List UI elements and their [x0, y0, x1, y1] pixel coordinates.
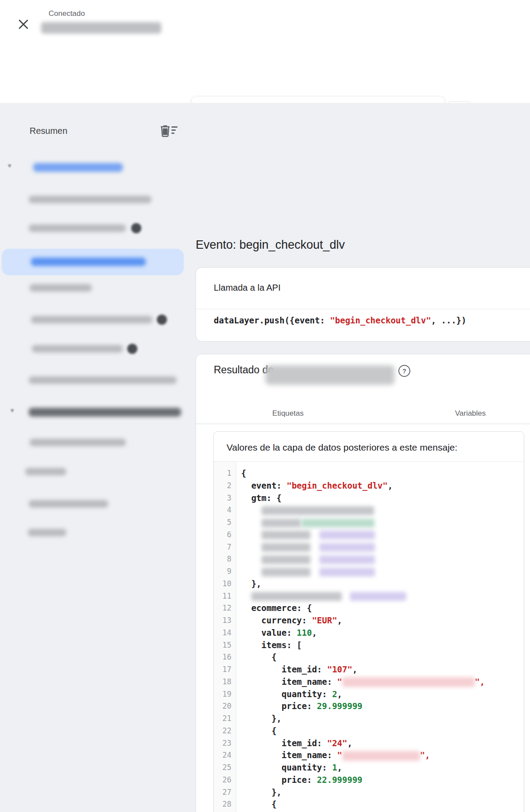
content-area: Resumen ▾▾ Evento: begin_checkout_dlv Ll…: [0, 103, 530, 812]
line-number: 21: [214, 713, 236, 725]
code-line: 24 item_name: "",: [214, 749, 523, 762]
code-lines: 1{2 event: "begin_checkout_dlv",3 gtm: {…: [214, 467, 523, 812]
sidebar-item[interactable]: [0, 186, 186, 213]
code-line: 18 item_name: "",: [214, 676, 523, 688]
sidebar-item[interactable]: [0, 491, 186, 517]
redacted-item-label: [32, 345, 123, 353]
redacted-item-label: [30, 284, 92, 292]
code-line: 17 item_id: "107",: [214, 664, 523, 676]
code-line: 3 gtm: {: [214, 492, 523, 505]
code-line: 16 {: [214, 651, 523, 664]
connection-status-label: Conectado: [49, 9, 85, 18]
line-number: 13: [214, 615, 236, 627]
redacted-code-value: [261, 568, 310, 577]
app-header: 2 Etiquetas de Google encontradas: [0, 47, 530, 103]
line-number: 4: [214, 504, 236, 516]
line-number: 6: [214, 529, 236, 541]
chevron-down-icon[interactable]: ▾: [8, 162, 11, 170]
code-line: 23 item_id: "24",: [214, 737, 523, 750]
clear-log-icon[interactable]: [159, 124, 178, 137]
sidebar-item-selected[interactable]: [0, 249, 186, 275]
line-number: 15: [214, 639, 236, 652]
redacted-item-label: [30, 439, 126, 446]
redacted-code-value: [261, 543, 310, 552]
line-number: 10: [214, 578, 236, 590]
redacted-item-label: [33, 163, 123, 172]
sidebar-item[interactable]: [0, 215, 186, 242]
code-line: 6: [214, 529, 523, 541]
datalayer-values-title: Valores de la capa de datos posteriores …: [227, 442, 458, 453]
code-line: 28 {: [214, 798, 523, 811]
item-count-badge: [127, 344, 137, 354]
sidebar-item[interactable]: [0, 367, 186, 394]
line-number: 27: [214, 786, 236, 799]
code-line: 11: [214, 590, 523, 603]
tab-variables[interactable]: Variables: [455, 409, 486, 418]
code-line: 20 price: 29.999999: [214, 700, 523, 713]
redacted-code-value: [261, 506, 374, 515]
line-number: 5: [214, 516, 236, 529]
code-line: 7: [214, 541, 523, 554]
redacted-code-value: [301, 519, 375, 527]
line-number: 24: [214, 749, 236, 762]
line-number: 1: [214, 467, 236, 480]
line-number: 25: [214, 762, 236, 774]
code-line: 1{: [214, 467, 523, 480]
result-card-title: Resultado de: [214, 364, 274, 376]
redacted-code-value: [261, 555, 310, 564]
redacted-item-label: [29, 500, 108, 508]
line-number: 2: [214, 480, 236, 492]
redacted-item-label: [31, 258, 146, 266]
event-title: Evento: begin_checkout_dlv: [196, 238, 345, 252]
redacted-item-label: [29, 196, 151, 203]
sidebar-item[interactable]: [0, 307, 186, 333]
api-call-card: Llamada a la API dataLayer.push({event: …: [196, 267, 530, 341]
divider: [196, 424, 530, 424]
help-icon[interactable]: ?: [398, 365, 410, 377]
redacted-code-value: [319, 531, 375, 539]
redacted-code-value: [319, 568, 375, 577]
connected-url-redacted: [41, 22, 161, 34]
chevron-down-icon[interactable]: ▾: [11, 406, 14, 414]
tab-etiquetas[interactable]: Etiquetas: [273, 409, 304, 418]
code-line: 8: [214, 553, 523, 565]
sidebar-item[interactable]: [0, 520, 186, 546]
line-number: 28: [214, 798, 236, 811]
sidebar-item[interactable]: [0, 275, 186, 301]
redacted-item-label: [29, 376, 177, 384]
line-number: 23: [214, 737, 236, 750]
line-number: 14: [214, 627, 236, 639]
redacted-item-label: [29, 224, 126, 232]
close-icon[interactable]: [17, 18, 30, 31]
code-line: 2 event: "begin_checkout_dlv",: [214, 480, 523, 492]
sidebar-item[interactable]: [0, 429, 186, 456]
code-line: 21 },: [214, 713, 523, 725]
redacted-item-label: [25, 468, 66, 475]
line-number: 12: [214, 602, 236, 615]
connection-topbar: Conectado: [0, 0, 530, 48]
sidebar-item[interactable]: [0, 459, 186, 485]
code-line: 19 quantity: 2,: [214, 688, 523, 701]
sidebar-item[interactable]: [0, 336, 186, 362]
sidebar-group-header[interactable]: ▾: [0, 399, 186, 425]
api-call-card-title: Llamada a la API: [214, 283, 280, 293]
item-count-badge: [131, 223, 141, 233]
line-number: 11: [214, 590, 236, 603]
datalayer-values-card: Valores de la capa de datos posteriores …: [213, 431, 524, 812]
code-line: 13 currency: "EUR",: [214, 615, 523, 627]
line-number: 9: [214, 565, 236, 578]
sidebar-summary-label[interactable]: Resumen: [30, 126, 68, 136]
divider: [196, 309, 530, 309]
line-number: 7: [214, 541, 236, 554]
sidebar-group-header[interactable]: ▾: [0, 154, 186, 181]
code-line: 10 },: [214, 578, 523, 590]
redacted-code-value: [342, 677, 475, 687]
line-number: 17: [214, 664, 236, 676]
line-number: 3: [214, 492, 236, 505]
line-number: 19: [214, 688, 236, 701]
redacted-code-value: [261, 519, 301, 527]
api-call-code: dataLayer.push({event: "begin_checkout_d…: [214, 315, 466, 325]
code-line: 12 ecommerce: {: [214, 602, 523, 615]
redacted-item-label: [31, 316, 152, 323]
code-line: 25 quantity: 1,: [214, 762, 523, 774]
